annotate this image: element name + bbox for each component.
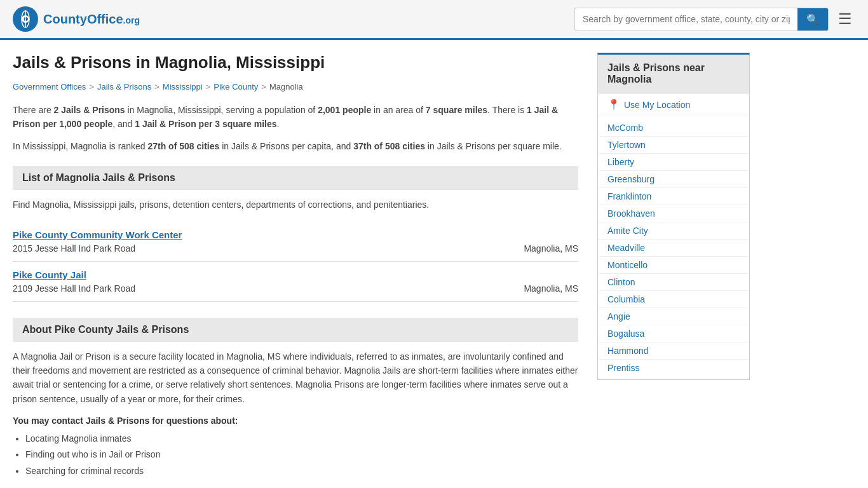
logo-text: CountyOffice.org	[43, 12, 140, 27]
header-right: 🔍 ☰	[574, 7, 855, 31]
facility-address-2: 2109 Jesse Hall Ind Park Road	[13, 283, 135, 294]
facility-address-1: 2015 Jesse Hall Ind Park Road	[13, 243, 135, 254]
intro-paragraph-1: There are 2 Jails & Prisons in Magnolia,…	[13, 103, 578, 132]
sidebar-city-amite-city[interactable]: Amite City	[598, 222, 749, 240]
logo-icon: C	[13, 6, 38, 32]
contact-item-1: Locating Magnolia inmates	[25, 431, 578, 447]
contact-list: Locating Magnolia inmates Finding out wh…	[13, 431, 578, 479]
site-header: C CountyOffice.org 🔍 ☰	[0, 0, 868, 40]
sidebar-city-mccomb[interactable]: McComb	[598, 119, 749, 137]
page-title: Jails & Prisons in Magnolia, Mississippi	[13, 53, 578, 72]
sidebar-title: Jails & Prisons near Magnolia	[598, 55, 749, 93]
search-bar[interactable]: 🔍	[574, 8, 829, 31]
facility-name-2[interactable]: Pike County Jail	[13, 269, 578, 280]
use-my-location-link[interactable]: Use My Location	[624, 100, 690, 110]
sidebar-city-brookhaven[interactable]: Brookhaven	[598, 205, 749, 222]
facility-city-1: Magnolia, MS	[524, 243, 578, 254]
sidebar-city-franklinton[interactable]: Franklinton	[598, 188, 749, 205]
main-container: Jails & Prisons in Magnolia, Mississippi…	[0, 40, 868, 488]
contact-item-2: Finding out who is in Jail or Prison	[25, 447, 578, 463]
sidebar-city-angie[interactable]: Angie	[598, 308, 749, 325]
facility-item-1: Pike County Community Work Center 2015 J…	[13, 222, 578, 262]
breadcrumb-magnolia: Magnolia	[269, 82, 303, 92]
search-button[interactable]: 🔍	[797, 8, 828, 30]
contact-item-3: Searching for criminal records	[25, 463, 578, 479]
use-my-location[interactable]: 📍 Use My Location	[598, 93, 749, 116]
list-section-header: List of Magnolia Jails & Prisons	[13, 166, 578, 190]
about-section-header: About Pike County Jails & Prisons	[13, 318, 578, 342]
breadcrumb-jails-prisons[interactable]: Jails & Prisons	[97, 82, 151, 92]
facility-name-1[interactable]: Pike County Community Work Center	[13, 229, 578, 240]
facility-item-2: Pike County Jail 2109 Jesse Hall Ind Par…	[13, 262, 578, 302]
location-icon: 📍	[607, 98, 620, 111]
facility-city-2: Magnolia, MS	[524, 283, 578, 294]
sidebar-box: Jails & Prisons near Magnolia 📍 Use My L…	[597, 53, 750, 380]
sidebar-city-columbia[interactable]: Columbia	[598, 291, 749, 308]
contact-label: You may contact Jails & Prisons for ques…	[13, 416, 578, 426]
intro-paragraph-2: In Mississippi, Magnolia is ranked 27th …	[13, 139, 578, 153]
sidebar-city-greensburg[interactable]: Greensburg	[598, 171, 749, 188]
sidebar-city-hammond[interactable]: Hammond	[598, 342, 749, 360]
sidebar-city-monticello[interactable]: Monticello	[598, 257, 749, 274]
sidebar-city-bogalusa[interactable]: Bogalusa	[598, 325, 749, 342]
sidebar-city-clinton[interactable]: Clinton	[598, 274, 749, 291]
breadcrumb-pike-county[interactable]: Pike County	[214, 82, 258, 92]
sidebar-city-liberty[interactable]: Liberty	[598, 154, 749, 171]
search-input[interactable]	[575, 9, 797, 29]
breadcrumb-government-offices[interactable]: Government Offices	[13, 82, 86, 92]
sidebar-city-tylertown[interactable]: Tylertown	[598, 137, 749, 154]
about-text: A Magnolia Jail or Prison is a secure fa…	[13, 349, 578, 407]
sidebar-nearby-cities: McComb Tylertown Liberty Greensburg Fran…	[598, 116, 749, 379]
sidebar-city-prentiss[interactable]: Prentiss	[598, 360, 749, 376]
content-area: Jails & Prisons in Magnolia, Mississippi…	[13, 53, 597, 479]
list-section-desc: Find Magnolia, Mississippi jails, prison…	[13, 198, 578, 212]
sidebar-city-meadville[interactable]: Meadville	[598, 240, 749, 257]
breadcrumb-mississippi[interactable]: Mississippi	[163, 82, 203, 92]
sidebar: Jails & Prisons near Magnolia 📍 Use My L…	[597, 53, 750, 479]
logo[interactable]: C CountyOffice.org	[13, 6, 140, 32]
breadcrumb: Government Offices > Jails & Prisons > M…	[13, 82, 578, 92]
hamburger-menu-icon[interactable]: ☰	[835, 7, 855, 31]
